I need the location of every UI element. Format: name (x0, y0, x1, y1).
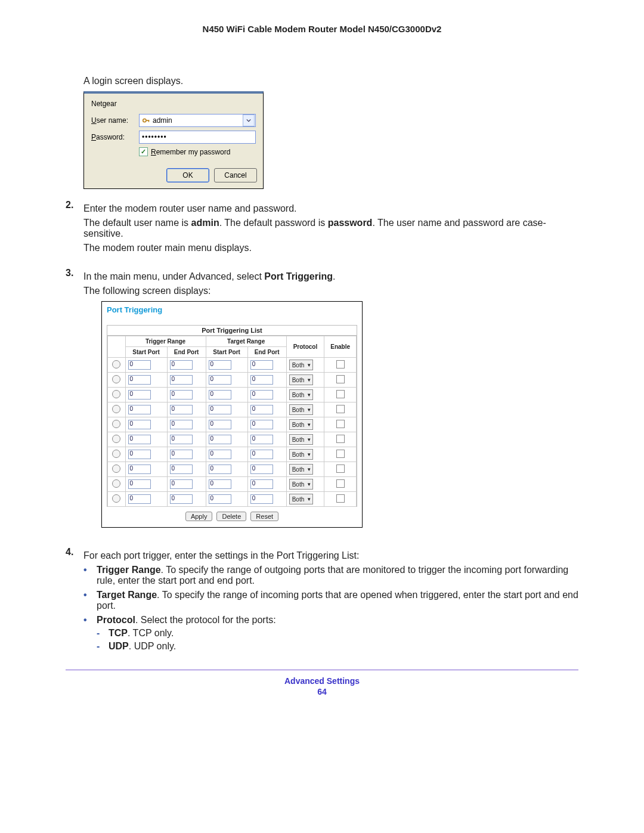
pt-target-start-input[interactable]: 0 (209, 405, 231, 414)
pt-enable-checkbox[interactable] (336, 450, 345, 458)
pt-protocol-select[interactable]: Both▼ (289, 434, 314, 445)
pt-col-target-start: Start Port (206, 347, 247, 358)
pt-target-start-input[interactable]: 0 (209, 390, 231, 400)
pt-col-target-end: End Port (247, 347, 286, 358)
cancel-button[interactable]: Cancel (214, 168, 257, 182)
step4-dash1: TCP. TCP only. (109, 628, 578, 639)
pt-protocol-select[interactable]: Both▼ (289, 479, 314, 490)
pt-protocol-select[interactable]: Both▼ (289, 360, 314, 370)
pt-row-radio[interactable] (112, 405, 120, 413)
pt-table: Trigger Range Target Range Protocol Enab… (107, 336, 357, 507)
pt-trigger-start-input[interactable]: 0 (128, 420, 151, 429)
pt-protocol-select[interactable]: Both▼ (289, 464, 314, 475)
step4-dash2: UDP. UDP only. (109, 641, 578, 652)
pt-enable-checkbox[interactable] (336, 405, 345, 413)
pt-target-end-input[interactable]: 0 (250, 494, 273, 504)
pt-trigger-start-input[interactable]: 0 (128, 375, 151, 385)
pt-target-start-input[interactable]: 0 (209, 435, 231, 444)
step2-line3: The modem router main menu displays. (83, 243, 578, 253)
pt-target-start-input[interactable]: 0 (209, 479, 231, 489)
pt-delete-button[interactable]: Delete (216, 512, 246, 521)
pt-target-start-input[interactable]: 0 (209, 465, 231, 474)
pt-trigger-end-input[interactable]: 0 (170, 465, 193, 474)
pt-protocol-select[interactable]: Both▼ (289, 494, 314, 504)
pt-row-radio[interactable] (112, 435, 120, 443)
chevron-down-icon: ▼ (306, 482, 311, 487)
pt-enable-checkbox[interactable] (336, 435, 345, 443)
pt-trigger-start-input[interactable]: 0 (128, 494, 151, 504)
pt-protocol-select[interactable]: Both▼ (289, 374, 314, 385)
pt-row-radio[interactable] (112, 420, 120, 428)
step4-bullet3: Protocol. Select the protocol for the po… (97, 615, 578, 625)
pt-target-end-input[interactable]: 0 (250, 479, 273, 489)
pt-trigger-start-input[interactable]: 0 (128, 405, 151, 414)
pt-trigger-end-input[interactable]: 0 (170, 494, 193, 504)
pt-row: 0000Both▼ (108, 358, 357, 373)
pt-target-end-input[interactable]: 0 (250, 405, 273, 414)
pt-row-radio[interactable] (112, 494, 120, 503)
step2-number: 2. (66, 200, 83, 257)
pt-row-radio[interactable] (112, 450, 120, 458)
pt-target-start-input[interactable]: 0 (209, 494, 231, 504)
pt-row-radio[interactable] (112, 360, 120, 368)
pt-target-start-input[interactable]: 0 (209, 450, 231, 459)
pt-target-end-input[interactable]: 0 (250, 375, 273, 385)
pt-trigger-end-input[interactable]: 0 (170, 375, 193, 385)
pt-trigger-end-input[interactable]: 0 (170, 390, 193, 400)
pt-trigger-end-input[interactable]: 0 (170, 405, 193, 414)
pt-protocol-select[interactable]: Both▼ (289, 389, 314, 400)
ok-button[interactable]: OK (166, 168, 209, 182)
pt-enable-checkbox[interactable] (336, 479, 345, 488)
key-icon (142, 116, 150, 125)
pt-apply-button[interactable]: Apply (185, 512, 213, 521)
pt-target-end-input[interactable]: 0 (250, 390, 273, 400)
pt-trigger-end-input[interactable]: 0 (170, 450, 193, 459)
pt-target-end-input[interactable]: 0 (250, 450, 273, 459)
pt-trigger-end-input[interactable]: 0 (170, 479, 193, 489)
pt-title: Port Triggering (107, 305, 357, 314)
pt-row-radio[interactable] (112, 479, 120, 488)
pt-trigger-start-input[interactable]: 0 (128, 450, 151, 459)
chevron-down-icon: ▼ (306, 437, 311, 442)
step3-number: 3. (66, 268, 83, 536)
pt-target-end-input[interactable]: 0 (250, 360, 273, 370)
password-label: Password: (91, 133, 139, 141)
password-input[interactable]: •••••••• (139, 131, 256, 144)
pt-reset-button[interactable]: Reset (250, 512, 278, 521)
pt-target-start-input[interactable]: 0 (209, 360, 231, 370)
pt-target-start-input[interactable]: 0 (209, 420, 231, 429)
pt-row-radio[interactable] (112, 390, 120, 398)
dash-icon: - (97, 641, 109, 652)
pt-trigger-start-input[interactable]: 0 (128, 360, 151, 370)
pt-enable-checkbox[interactable] (336, 420, 345, 428)
pt-enable-checkbox[interactable] (336, 494, 345, 503)
pt-trigger-start-input[interactable]: 0 (128, 390, 151, 400)
pt-row: 0000Both▼ (108, 462, 357, 477)
username-input[interactable]: admin (139, 114, 256, 127)
pt-enable-checkbox[interactable] (336, 360, 345, 368)
port-triggering-screenshot: Port Triggering Port Triggering List Tri… (101, 301, 363, 528)
bullet-icon: • (83, 565, 97, 586)
pt-enable-checkbox[interactable] (336, 375, 345, 383)
pt-target-end-input[interactable]: 0 (250, 465, 273, 474)
pt-trigger-end-input[interactable]: 0 (170, 435, 193, 444)
pt-enable-checkbox[interactable] (336, 465, 345, 473)
pt-trigger-end-input[interactable]: 0 (170, 420, 193, 429)
pt-target-end-input[interactable]: 0 (250, 420, 273, 429)
pt-protocol-select[interactable]: Both▼ (289, 404, 314, 415)
pt-protocol-select[interactable]: Both▼ (289, 419, 314, 430)
pt-trigger-start-input[interactable]: 0 (128, 465, 151, 474)
remember-checkbox[interactable]: ✓ (139, 147, 148, 156)
step3-line1: In the main menu, under Advanced, select… (83, 271, 578, 282)
username-dropdown-icon[interactable] (243, 114, 255, 126)
pt-target-start-input[interactable]: 0 (209, 375, 231, 385)
pt-trigger-start-input[interactable]: 0 (128, 479, 151, 489)
pt-target-end-input[interactable]: 0 (250, 435, 273, 444)
pt-trigger-end-input[interactable]: 0 (170, 360, 193, 370)
pt-row-radio[interactable] (112, 375, 120, 383)
pt-protocol-select[interactable]: Both▼ (289, 449, 314, 460)
pt-row-radio[interactable] (112, 465, 120, 473)
pt-row: 0000Both▼ (108, 477, 357, 492)
pt-enable-checkbox[interactable] (336, 390, 345, 398)
pt-trigger-start-input[interactable]: 0 (128, 435, 151, 444)
